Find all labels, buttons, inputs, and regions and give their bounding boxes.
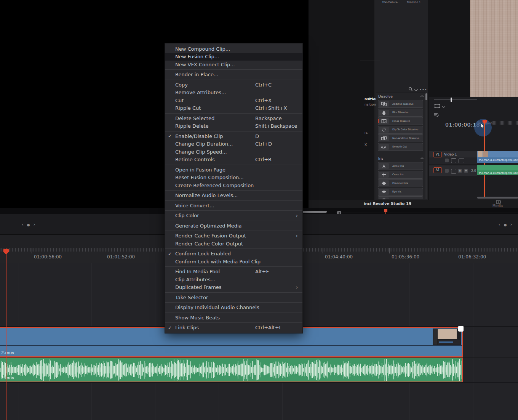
media-page-label[interactable]: Media — [492, 204, 503, 208]
mini-zoom-slider[interactable] — [434, 99, 477, 100]
menu-item-retime-controls[interactable]: Retime ControlsCtrl+R — [165, 156, 302, 164]
effects-section-dissolve[interactable]: Dissolve — [376, 93, 425, 100]
fx-smooth-cut[interactable]: Smooth Cut — [378, 143, 423, 151]
timeline-playhead[interactable] — [6, 248, 6, 420]
collapse-chevron-icon[interactable] — [420, 157, 424, 160]
menu-item-generate-optimized-media[interactable]: Generate Optimized Media — [165, 222, 302, 230]
blur-dissolve-icon — [379, 110, 389, 115]
fx-additive-dissolve[interactable]: Additive Dissolve — [378, 100, 423, 108]
viewer-pager-left[interactable]: ‹●› — [22, 222, 38, 227]
solo-button[interactable]: S — [458, 169, 462, 173]
menu-item-render-cache-color-output[interactable]: Render Cache Color Output — [165, 240, 302, 248]
box-select-chevron-icon[interactable] — [442, 104, 446, 108]
fx-blur-dissolve[interactable]: Blur Dissolve — [378, 109, 423, 117]
mini-video-clip[interactable] — [477, 151, 518, 157]
sidebar-item-rs-2[interactable]: rs — [365, 131, 368, 135]
menu-item-delete-selected[interactable]: Delete SelectedBackspace — [165, 114, 302, 122]
media-page-icon[interactable] — [496, 200, 501, 204]
search-icon[interactable] — [408, 87, 413, 91]
menu-item-normalize-audio-levels[interactable]: Normalize Audio Levels... — [165, 192, 302, 200]
auto-select-icon[interactable] — [451, 159, 456, 163]
fx-eye-iris[interactable]: Eye Iris — [378, 188, 423, 196]
menu-item-reset-fusion-composition[interactable]: Reset Fusion Composition... — [165, 174, 302, 182]
menu-item-render-cache-fusion-output[interactable]: Render Cache Fusion Output› — [165, 232, 302, 240]
track-lock-icon[interactable] — [445, 169, 449, 173]
menu-item-clip-attributes[interactable]: Clip Attributes... — [165, 276, 302, 284]
mini-zoom-slider-handle[interactable] — [451, 98, 452, 102]
scrub-track[interactable] — [335, 213, 518, 213]
fx-label: Arrow Iris — [392, 165, 404, 168]
menu-item-label: Conform Lock with Media Pool Clip — [175, 259, 261, 265]
collapse-chevron-icon[interactable] — [420, 95, 424, 98]
menu-item-conform-lock-with-media-pool-clip[interactable]: Conform Lock with Media Pool Clip — [165, 258, 302, 266]
menu-item-remove-attributes[interactable]: Remove Attributes... — [165, 89, 302, 97]
mini-video-clip-name[interactable]: the-man-is-dismantling-the-sock — [477, 157, 518, 163]
sidebar-divider — [360, 34, 380, 34]
audio-waveform — [0, 358, 462, 382]
menu-item-show-music-beats[interactable]: Show Music Beats — [165, 314, 302, 322]
audio-scrub-marker[interactable] — [384, 209, 388, 214]
smooth-cut-icon — [379, 144, 389, 150]
effects-scrollbar[interactable] — [425, 93, 427, 199]
clip-edit-handle[interactable] — [458, 326, 464, 332]
menu-item-change-clip-speed[interactable]: Change Clip Speed... — [165, 148, 302, 156]
sidebar-item-nsitions-1[interactable]: nsitions — [365, 103, 378, 106]
fx-cross-iris[interactable]: Cross Iris — [378, 171, 423, 179]
mini-timeline-scrollbar[interactable] — [477, 197, 518, 199]
section-title: Dissolve — [378, 95, 393, 98]
menu-separator — [165, 131, 302, 131]
a1-badge[interactable]: A1 — [433, 167, 442, 173]
menu-item-copy[interactable]: CopyCtrl+C — [165, 81, 302, 89]
mini-audio-clip-name[interactable]: the-man-is-dismantling-the-sock — [477, 170, 518, 175]
tab-clip[interactable]: the-man-is-... — [382, 1, 400, 4]
menu-item-create-referenced-composition[interactable]: Create Referenced Composition — [165, 181, 302, 189]
menu-item-clip-color[interactable]: Clip Color› — [165, 212, 302, 220]
menu-item-take-selector[interactable]: Take Selector — [165, 293, 302, 301]
menu-item-change-clip-duration[interactable]: Change Clip Duration...Ctrl+D — [165, 140, 302, 148]
v1-badge[interactable]: V1 — [433, 152, 442, 157]
menu-item-new-fusion-clip[interactable]: New Fusion Clip... — [165, 53, 302, 61]
menu-item-new-compound-clip[interactable]: New Compound Clip... — [165, 45, 302, 53]
fx-diamond-iris[interactable]: Diamond Iris — [378, 179, 423, 187]
effects-section-iris[interactable]: Iris — [376, 155, 425, 162]
mini-audio-clip[interactable] — [477, 165, 518, 170]
menu-item-new-vfx-connect-clip[interactable]: New VFX Connect Clip... — [165, 61, 302, 69]
menu-item-link-clips[interactable]: ✓Link ClipsCtrl+Alt+L — [165, 324, 302, 332]
track-lock-icon[interactable] — [445, 159, 449, 162]
menu-item-open-in-fusion-page[interactable]: Open in Fusion Page — [165, 166, 302, 174]
auto-select-icon[interactable] — [451, 169, 456, 173]
menu-item-ripple-cut[interactable]: Ripple CutCtrl+Shift+X — [165, 104, 302, 112]
menu-separator — [165, 302, 302, 303]
more-options-icon[interactable]: ••• — [419, 87, 427, 91]
mute-button[interactable]: M — [464, 169, 468, 173]
fx-arrow-iris[interactable]: Arrow Iris — [378, 162, 423, 170]
box-select-icon[interactable] — [434, 104, 440, 108]
clip-context-menu: New Compound Clip...New Fusion Clip...Ne… — [165, 43, 303, 333]
fx-non-additive-dissolve[interactable]: Non-Additive Dissolve — [378, 134, 423, 142]
audio-clip[interactable]: 2.mov — [0, 357, 463, 382]
menu-item-cut[interactable]: CutCtrl+X — [165, 96, 302, 104]
list-check-icon[interactable] — [433, 113, 440, 117]
menu-item-render-in-place[interactable]: Render in Place... — [165, 71, 302, 79]
menu-item-find-in-media-pool[interactable]: Find In Media PoolAlt+F — [165, 268, 302, 276]
sidebar-item-x-3[interactable]: X — [365, 143, 367, 147]
menu-item-display-individual-audio-channels[interactable]: Display Individual Audio Channels — [165, 304, 302, 312]
filmstrip-icon[interactable] — [459, 159, 464, 163]
fx-cross-dissolve[interactable]: Cross Dissolve — [378, 117, 423, 125]
fx-dip-to-color-dissolve[interactable]: Dip To Color Dissolve — [378, 126, 423, 134]
clip-divider — [0, 345, 462, 346]
arrow-iris-icon — [379, 163, 389, 169]
playhead-pin[interactable] — [3, 248, 9, 255]
menu-item-label: Find In Media Pool — [175, 269, 220, 274]
tab-timeline[interactable]: Timeline 1 — [407, 1, 420, 4]
menu-item-enable-disable-clip[interactable]: ✓Enable/Disable ClipD — [165, 132, 302, 140]
menu-separator — [165, 292, 302, 293]
menu-item-conform-lock-enabled[interactable]: ✓Conform Lock Enabled — [165, 250, 302, 258]
menu-item-ripple-delete[interactable]: Ripple DeleteShift+Backspace — [165, 122, 302, 130]
fx-hexagon-iris[interactable]: Hexagon Iris — [378, 196, 423, 199]
viewer-pager-right[interactable]: ‹●› — [499, 222, 515, 227]
search-options-chevron-icon[interactable] — [414, 87, 418, 91]
horizontal-scrollbar[interactable] — [302, 211, 327, 213]
menu-item-duplicated-frames[interactable]: Duplicated Frames› — [165, 284, 302, 292]
menu-item-voice-convert[interactable]: Voice Convert... — [165, 202, 302, 210]
